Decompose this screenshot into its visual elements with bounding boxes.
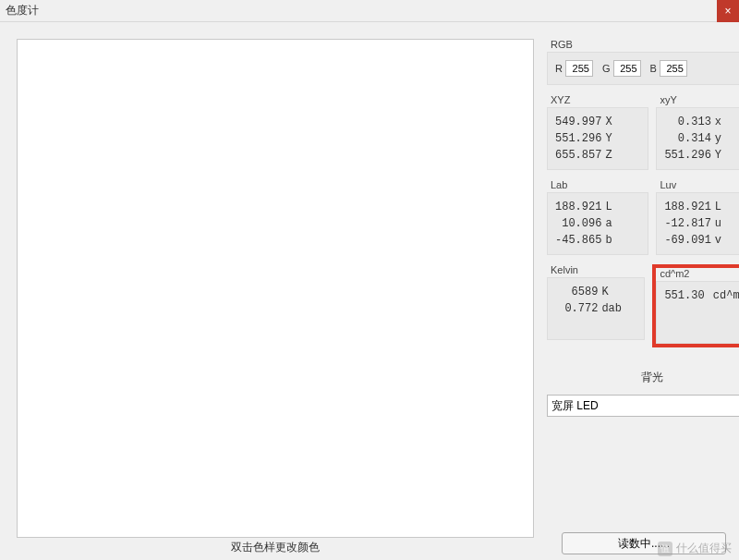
kelvin-group: Kelvin 6589K 0.772dab — [547, 264, 645, 347]
backlight-select[interactable]: 宽屏 LED — [547, 395, 739, 417]
lab-L-unit: L — [601, 199, 640, 215]
cdm2-readout: 551.30cd^m2 — [656, 281, 739, 344]
xyy-readout: 0.313x 0.314y 551.296Y — [656, 107, 739, 170]
readings-panel: RGB R G B XYZ 549.997X — [547, 39, 739, 555]
close-button[interactable]: × — [717, 0, 739, 22]
kelvin-readout: 6589K 0.772dab — [547, 277, 645, 340]
cdm2-unit: cd^m2 — [709, 287, 739, 304]
luv-v-val: -69.091 — [664, 232, 710, 249]
kelvin-dab-val: 0.772 — [555, 300, 598, 317]
window-title: 色度计 — [6, 3, 39, 18]
b-label: B — [650, 63, 657, 74]
luv-u-unit: u — [711, 215, 739, 232]
rgb-g: G — [602, 60, 641, 77]
lab-a-unit: a — [601, 215, 640, 232]
reading-button-label: 读数中...... — [618, 536, 670, 552]
lab-luv-row: Lab 188.921L 10.096a -45.865b Luv 188.92… — [547, 179, 739, 255]
color-swatch[interactable] — [17, 39, 534, 538]
content-area: 双击色样更改颜色 RGB R G B XYZ — [0, 22, 739, 555]
luv-u-val: -12.817 — [664, 215, 710, 232]
r-label: R — [555, 63, 563, 74]
rgb-row: R G B — [547, 52, 739, 85]
close-icon: × — [724, 5, 731, 18]
cdm2-group: cd^m2 551.30cd^m2 — [652, 264, 739, 347]
luv-v-unit: v — [711, 232, 739, 249]
xyz-xyy-row: XYZ 549.997X 551.296Y 655.857Z xyY 0.313… — [547, 94, 739, 170]
kelvin-label: Kelvin — [547, 264, 645, 275]
reading-button[interactable]: 读数中...... — [562, 532, 726, 554]
g-input[interactable] — [613, 60, 641, 77]
rgb-b: B — [650, 60, 687, 77]
lab-b-unit: b — [601, 232, 640, 249]
rgb-r: R — [555, 60, 593, 77]
luv-group: Luv 188.921L -12.817u -69.091v — [656, 179, 739, 255]
cdm2-val: 551.30 — [664, 287, 709, 304]
lab-label: Lab — [547, 179, 648, 190]
xyy-x-val: 0.313 — [664, 114, 710, 130]
swatch-column: 双击色样更改颜色 — [17, 39, 534, 555]
kelvin-dab-unit: dab — [598, 300, 636, 317]
b-input[interactable] — [660, 60, 687, 77]
xyz-readout: 549.997X 551.296Y 655.857Z — [547, 107, 648, 170]
kelvin-K-val: 6589 — [555, 284, 598, 300]
lab-b-val: -45.865 — [555, 232, 601, 249]
luv-L-unit: L — [711, 199, 739, 215]
xyy-y-unit: y — [711, 130, 739, 147]
xyy-label: xyY — [656, 94, 739, 105]
xyz-y-unit: Y — [601, 130, 640, 147]
luv-label: Luv — [656, 179, 739, 190]
backlight-section: 背光 宽屏 LED ⌄ — [547, 370, 739, 417]
lab-readout: 188.921L 10.096a -45.865b — [547, 192, 648, 255]
rgb-label: RGB — [547, 39, 739, 50]
luv-readout: 188.921L -12.817u -69.091v — [656, 192, 739, 255]
cdm2-label: cd^m2 — [656, 268, 739, 279]
xyz-label: XYZ — [547, 94, 648, 105]
xyy-Y-val: 551.296 — [664, 147, 710, 164]
swatch-caption: 双击色样更改颜色 — [17, 540, 534, 555]
luv-L-val: 188.921 — [664, 199, 710, 215]
kelvin-cdm2-row: Kelvin 6589K 0.772dab cd^m2 551.30cd^m2 — [547, 264, 739, 347]
xyz-x-unit: X — [601, 114, 640, 130]
xyy-group: xyY 0.313x 0.314y 551.296Y — [656, 94, 739, 170]
title-bar: 色度计 × — [0, 0, 739, 22]
xyy-y-val: 0.314 — [664, 130, 710, 147]
backlight-label: 背光 — [547, 370, 739, 385]
lab-a-val: 10.096 — [555, 215, 601, 232]
xyz-y-val: 551.296 — [555, 130, 601, 147]
xyz-x-val: 549.997 — [555, 114, 601, 130]
xyz-z-val: 655.857 — [555, 147, 601, 164]
rgb-group: RGB R G B — [547, 39, 739, 85]
xyz-z-unit: Z — [601, 147, 640, 164]
xyy-Y-unit: Y — [711, 147, 739, 164]
kelvin-K-unit: K — [598, 284, 636, 300]
backlight-select-wrap: 宽屏 LED ⌄ — [547, 395, 739, 417]
lab-group: Lab 188.921L 10.096a -45.865b — [547, 179, 648, 255]
xyz-group: XYZ 549.997X 551.296Y 655.857Z — [547, 94, 648, 170]
lab-L-val: 188.921 — [555, 199, 601, 215]
g-label: G — [602, 63, 611, 74]
r-input[interactable] — [565, 60, 593, 77]
xyy-x-unit: x — [711, 114, 739, 130]
